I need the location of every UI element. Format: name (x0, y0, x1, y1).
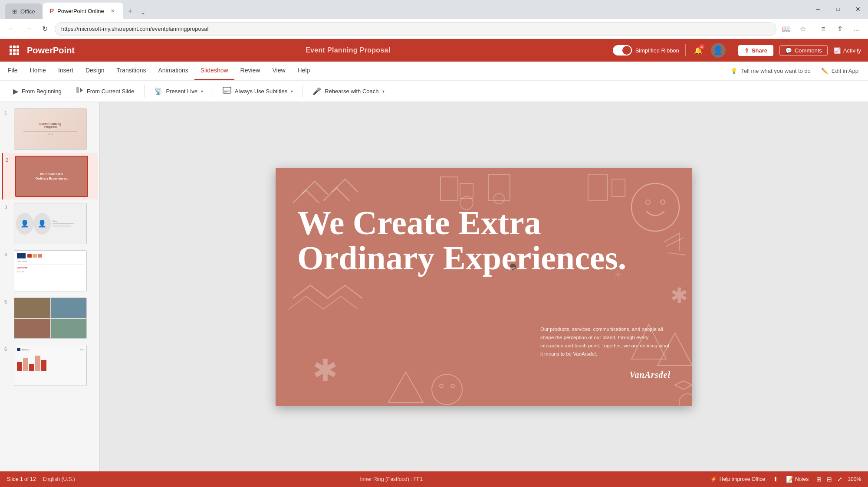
menu-animations[interactable]: Animations (152, 62, 194, 80)
present-live-button[interactable]: 📡 Present Live ▾ (148, 85, 209, 98)
simplified-ribbon-label: Simplified Ribbon (635, 47, 679, 54)
cursor (510, 264, 516, 270)
home-tab-label: Office (20, 8, 35, 15)
menu-insert[interactable]: Insert (52, 62, 79, 80)
activity-button[interactable]: 📈 Activity (834, 47, 861, 54)
present-live-icon: 📡 (154, 87, 163, 95)
app-name: PowerPoint (27, 46, 75, 56)
svg-marker-25 (388, 372, 423, 402)
edit-icon: ✏️ (821, 68, 828, 74)
slide-thumbnail-5 (14, 297, 87, 339)
slide-description: Our products, services, communications, … (540, 325, 671, 358)
notification-badge: 4 (699, 44, 705, 50)
menu-slideshow[interactable]: Slideshow (194, 62, 234, 80)
upload-button[interactable]: ⬆ (773, 476, 778, 483)
back-button[interactable]: ← (5, 23, 18, 36)
slide-item-6[interactable]: 6 Statistics 2019 (2, 342, 98, 389)
slide-number-6: 6 (4, 345, 11, 352)
slide-item-2[interactable]: 2 We Create ExtraOrdinary Experiences. (2, 153, 98, 199)
menu-review[interactable]: Review (234, 62, 266, 80)
from-current-slide-button[interactable]: From Current Slide (69, 84, 141, 98)
favorites-button[interactable]: ☆ (796, 23, 809, 36)
tab-powerpoint[interactable]: P PowerPoint Online ✕ (43, 3, 123, 19)
slide-thumbnail-4: Color Palette VanArsdel 2 min dftr (14, 250, 87, 291)
subtitles-button[interactable]: Always Use Subtitles ▾ (217, 84, 299, 98)
slide-count-info: Slide 1 of 12 (7, 476, 36, 482)
svg-rect-4 (224, 92, 227, 93)
tab-home[interactable]: ⊞ Office (5, 3, 42, 19)
waffle-menu-button[interactable] (7, 43, 22, 58)
maximize-button[interactable]: □ (828, 3, 848, 16)
close-button[interactable]: ✕ (848, 3, 868, 16)
slides-panel: 1 Event PlanningProposal 2019 2 We Creat… (0, 102, 100, 471)
tab-close-icon[interactable]: ✕ (109, 7, 116, 14)
rehearse-coach-button[interactable]: 🎤 Rehearse with Coach ▾ (306, 85, 390, 98)
notes-icon: 📝 (786, 476, 793, 483)
menu-transitions[interactable]: Transitions (111, 62, 152, 80)
presenter-view-button[interactable]: ⊟ (827, 476, 832, 483)
menu-help[interactable]: Help (292, 62, 316, 80)
subtitles-dropdown-icon: ▾ (291, 89, 293, 94)
present-live-dropdown-icon: ▾ (201, 89, 203, 94)
ribbon-menu: File Home Insert Design Transitions Anim… (0, 62, 868, 81)
notes-button[interactable]: 📝 Notes (783, 475, 811, 484)
user-avatar[interactable]: 👤 (711, 43, 726, 58)
svg-point-22 (432, 374, 462, 405)
help-improve-button[interactable]: ⚡ Help improve Office (708, 475, 768, 483)
comments-icon: 💬 (785, 47, 792, 54)
svg-rect-5 (441, 177, 458, 201)
more-nav-button[interactable]: ... (850, 23, 863, 36)
svg-text:✱: ✱ (312, 354, 338, 387)
minimize-button[interactable]: ─ (808, 3, 828, 16)
slide-headline: We Create Extra Ordinary Experiences. (297, 205, 626, 276)
from-beginning-button[interactable]: ▶ From Beginning (7, 85, 68, 98)
slide-item-3[interactable]: 3 👤 👤 Team (2, 200, 98, 247)
svg-point-23 (440, 384, 443, 388)
slide-thumbnail-1: Event PlanningProposal 2019 (14, 108, 87, 150)
slide-item-5[interactable]: 5 (2, 295, 98, 341)
svg-text:✱: ✱ (671, 284, 688, 307)
settings-button[interactable]: ≡ (817, 23, 830, 36)
svg-rect-11 (612, 179, 625, 196)
browser-chrome: ─ □ ✕ ⊞ Office P PowerPoint Online ✕ + ⌄ (0, 0, 868, 19)
slide-number-3: 3 (4, 203, 11, 210)
menu-file[interactable]: File (2, 62, 24, 80)
play-from-current-icon (76, 86, 83, 96)
fit-slide-button[interactable]: ⤢ (837, 476, 842, 483)
play-from-start-icon: ▶ (13, 87, 18, 95)
menu-design[interactable]: Design (79, 62, 111, 80)
status-bar: Slide 1 of 12 English (U.S.) Inner Ring … (0, 471, 868, 487)
share-button[interactable]: ⇧ Share (738, 45, 773, 56)
menu-view[interactable]: View (266, 62, 291, 80)
new-tab-button[interactable]: + (124, 5, 136, 17)
navigation-bar: ← → ↻ https://microsoft-my.sharepoint.co… (0, 19, 868, 39)
slide-view-button[interactable]: ⊞ (816, 476, 822, 483)
forward-button[interactable]: → (22, 23, 35, 36)
svg-line-16 (668, 253, 686, 255)
slide-canvas[interactable]: ✱ + ✱ ✕ (276, 168, 692, 406)
simplified-ribbon-toggle[interactable] (613, 45, 632, 56)
svg-point-12 (631, 183, 679, 231)
slide-number-1: 1 (4, 108, 11, 115)
edit-in-app-button[interactable]: ✏️ Edit in App (817, 66, 863, 76)
tell-me-button[interactable]: 💡 Tell me what you want to do (726, 66, 815, 76)
svg-rect-10 (588, 175, 608, 201)
share-nav-button[interactable]: ⇪ (833, 23, 846, 36)
rehearse-icon: 🎤 (312, 87, 321, 95)
refresh-button[interactable]: ↻ (38, 23, 51, 36)
address-bar[interactable]: https://microsoft-my.sharepoint.com/even… (55, 22, 776, 36)
menu-home[interactable]: Home (24, 62, 52, 80)
svg-rect-0 (76, 87, 79, 93)
notifications-button[interactable]: 🔔 4 (692, 44, 705, 57)
svg-point-14 (661, 200, 665, 204)
comments-button[interactable]: 💬 Comments (779, 45, 828, 56)
rehearse-dropdown-icon: ▾ (382, 89, 385, 94)
url-text: https://microsoft-my.sharepoint.com/even… (61, 26, 208, 32)
read-mode-button[interactable]: 📖 (780, 23, 793, 36)
main-content: 1 Event PlanningProposal 2019 2 We Creat… (0, 102, 868, 471)
svg-rect-3 (224, 91, 230, 92)
tab-dropdown-button[interactable]: ⌄ (138, 7, 148, 17)
document-title[interactable]: Event Planning Proposal (83, 46, 613, 54)
slide-item-4[interactable]: 4 Color Palette VanArsdel 2 min dftr (2, 248, 98, 294)
slide-item-1[interactable]: 1 Event PlanningProposal 2019 (2, 106, 98, 152)
